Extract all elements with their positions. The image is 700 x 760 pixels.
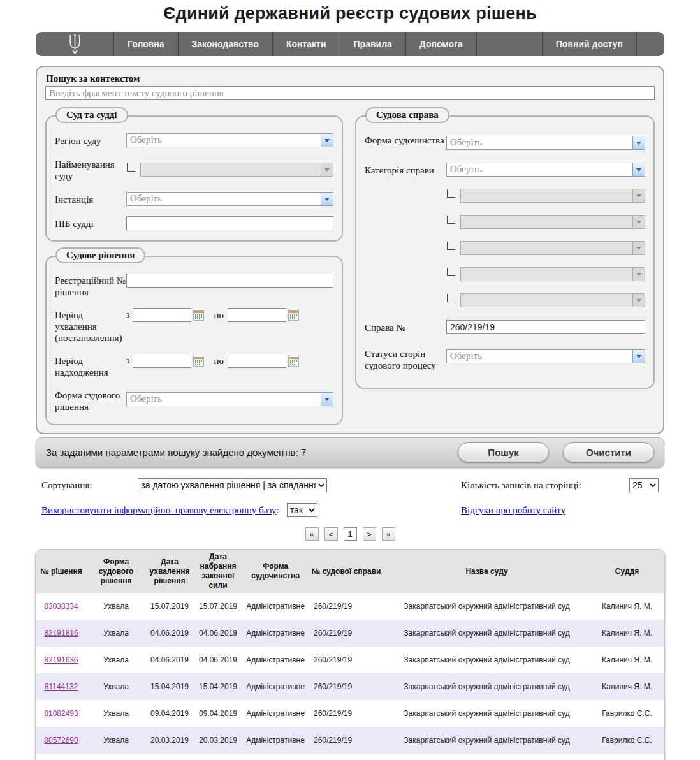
chevron-down-icon xyxy=(321,393,333,406)
case-number-input[interactable] xyxy=(446,320,645,334)
proceedings-form-select[interactable]: Оберіть xyxy=(446,136,645,150)
results-table: № рішення Форма судового рішення Дата ух… xyxy=(36,550,664,760)
per-page-label: Кількість записів на сторінці: xyxy=(461,480,581,491)
court-name-label: Найменування суду xyxy=(55,157,126,182)
party-status-label: Статуси сторін судового процесу xyxy=(365,347,446,371)
nav-item-2[interactable]: Контакти xyxy=(272,32,340,56)
case-group-legend: Судова справа xyxy=(365,107,449,123)
page-button-page-1[interactable]: 1 xyxy=(344,527,357,541)
cell-effective-date: 15.04.2019 xyxy=(194,673,242,700)
nav-item-4[interactable]: Допомога xyxy=(405,32,476,56)
party-status-select-value: Оберіть xyxy=(447,350,632,363)
cell-form: Ухвала xyxy=(87,647,145,673)
decision-link[interactable]: 81144132 xyxy=(45,682,78,691)
court-and-judges-group: Суд та судді Регіон суду Оберіть Наймену… xyxy=(45,115,343,242)
region-select[interactable]: Оберіть xyxy=(126,133,333,147)
nav-item-3[interactable]: Правила xyxy=(340,32,405,56)
cell-form: Ухвала xyxy=(87,700,145,727)
cell-adoption-date: 20.03.2019 xyxy=(145,727,194,754)
calendar-icon[interactable] xyxy=(288,356,299,367)
legal-base-link[interactable]: Використовувати інформаційно–правову еле… xyxy=(41,505,276,516)
nav-items: ГоловнаЗаконодавствоКонтактиПравилаДопом… xyxy=(113,32,476,56)
cell-form: Ухвала xyxy=(87,673,145,700)
proceedings-form-select-value: Оберіть xyxy=(447,136,632,149)
context-search-input[interactable] xyxy=(45,86,655,100)
table-row: 80122183Ухвала27.02.201927.02.2019Адміні… xyxy=(36,754,664,760)
calendar-icon[interactable] xyxy=(288,310,299,321)
chevron-down-icon xyxy=(632,268,645,281)
page-button-next[interactable]: > xyxy=(363,527,376,541)
adoption-to-input[interactable] xyxy=(228,308,286,322)
nav-item-full-access[interactable]: Повний доступ xyxy=(542,32,636,56)
legal-base-select[interactable]: так xyxy=(287,503,317,517)
judge-name-input[interactable] xyxy=(126,216,333,230)
nav-item-1[interactable]: Законодавство xyxy=(178,32,272,56)
decision-link[interactable]: 80572690 xyxy=(44,736,78,745)
legal-base-colon: : xyxy=(276,505,279,516)
page-button-first[interactable]: « xyxy=(305,527,319,541)
nav-item-0[interactable]: Головна xyxy=(113,32,178,56)
cell-proceedings: Адміністративне xyxy=(242,727,309,754)
chevron-down-icon xyxy=(632,294,645,307)
cell-decision-id: 80572690 xyxy=(36,727,87,754)
cell-decision-id: 80122183 xyxy=(36,754,87,760)
feedback-link[interactable]: Відгуки про роботу сайту xyxy=(461,505,565,516)
cell-effective-date: 27.02.2019 xyxy=(194,754,242,760)
category-sub-select xyxy=(460,241,645,255)
calendar-icon[interactable] xyxy=(193,356,204,367)
nav-tail xyxy=(636,32,664,56)
receipt-from-input[interactable] xyxy=(133,354,191,368)
cell-proceedings: Адміністративне xyxy=(242,593,309,620)
chevron-down-icon xyxy=(632,350,645,363)
decision-form-select[interactable]: Оберіть xyxy=(126,392,333,406)
case-category-label: Категорія справи xyxy=(365,163,446,176)
calendar-icon[interactable] xyxy=(193,310,204,321)
to-label: по xyxy=(214,356,224,367)
cell-judge: Калинич Я. М. xyxy=(590,593,664,620)
decision-link[interactable]: 83038334 xyxy=(44,602,78,611)
adoption-from-input[interactable] xyxy=(133,308,191,322)
category-sub-select xyxy=(460,293,645,307)
col-header-decision-form: Форма судового рішення xyxy=(87,550,145,593)
cell-adoption-date: 04.06.2019 xyxy=(145,647,194,673)
indent-corner-icon xyxy=(447,294,455,302)
chevron-down-icon xyxy=(632,216,645,228)
reg-number-input[interactable] xyxy=(126,274,333,288)
receipt-to-input[interactable] xyxy=(228,354,286,368)
results-bar: За заданими параметрами пошуку знайдено … xyxy=(36,437,664,467)
court-case-group: Судова справа Форма судочинства Оберіть … xyxy=(355,115,655,389)
decision-link[interactable]: 81082493 xyxy=(44,709,78,718)
cell-proceedings: Адміністративне xyxy=(242,673,309,700)
decision-link[interactable]: 82191816 xyxy=(44,629,78,638)
page-button-last[interactable]: » xyxy=(382,527,395,541)
court-decision-group: Судове рішення Реєстраційний № рішення П… xyxy=(45,256,343,425)
table-row: 81082493Ухвала09.04.201909.04.2019Адміні… xyxy=(36,700,664,727)
adoption-period-label: Період ухвалення (постановлення) xyxy=(55,308,126,344)
per-page-select[interactable]: 25 xyxy=(629,478,659,492)
page-button-prev[interactable]: < xyxy=(324,527,338,541)
chevron-down-icon xyxy=(321,163,333,176)
cell-case-number: 260/219/19 xyxy=(309,727,384,754)
from-label: з xyxy=(126,356,130,366)
search-button[interactable]: Пошук xyxy=(458,442,549,462)
cell-case-number: 260/219/19 xyxy=(309,700,384,727)
instance-select[interactable]: Оберіть xyxy=(126,192,333,206)
main-nav: ГоловнаЗаконодавствоКонтактиПравилаДопом… xyxy=(36,32,664,56)
judge-name-label: ПІБ судді xyxy=(55,217,126,230)
clear-button[interactable]: Очистити xyxy=(563,442,654,462)
court-name-select xyxy=(140,163,333,177)
party-status-select[interactable]: Оберіть xyxy=(446,349,645,363)
case-category-select[interactable]: Оберіть xyxy=(446,163,645,177)
search-panel: Пошук за контекстом Суд та судді Регіон … xyxy=(36,66,664,434)
decision-link[interactable]: 82191636 xyxy=(44,655,78,664)
cell-proceedings: Адміністративне xyxy=(242,754,309,760)
cell-judge: Гаврилко С.Є. xyxy=(590,754,664,760)
instance-select-value: Оберіть xyxy=(127,193,321,205)
col-header-case-number: № судової справи xyxy=(309,550,384,593)
from-label: з xyxy=(126,310,130,320)
cell-effective-date: 09.04.2019 xyxy=(194,700,242,727)
cell-adoption-date: 27.02.2019 xyxy=(145,754,194,760)
cell-case-number: 260/219/19 xyxy=(309,673,384,700)
cell-decision-id: 82191636 xyxy=(36,647,87,673)
sort-select[interactable]: за датою ухвалення рішення | за спадання… xyxy=(138,478,327,492)
